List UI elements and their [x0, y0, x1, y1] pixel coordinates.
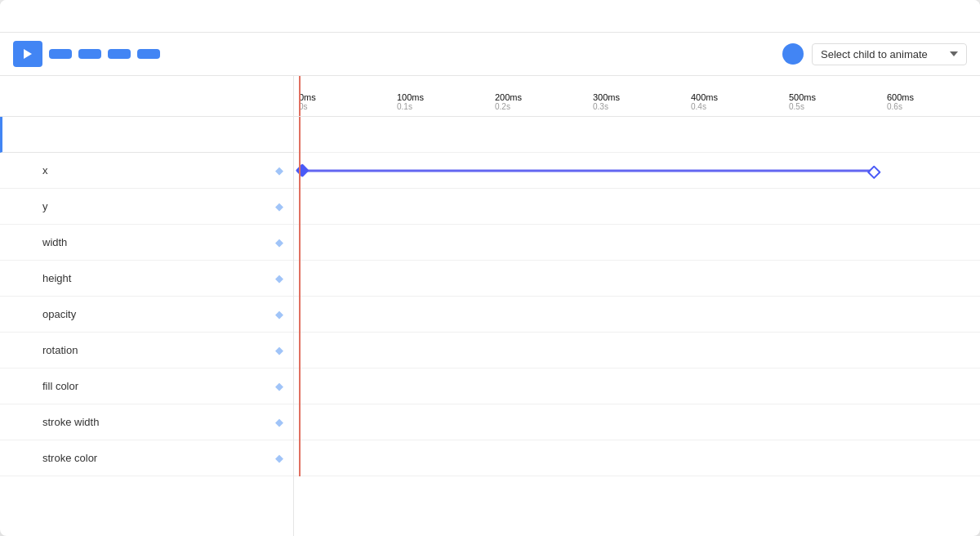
property-name: opacity	[42, 308, 275, 320]
app-window: Select child to animate x	[0, 0, 980, 536]
property-row: stroke color ◆	[0, 440, 293, 476]
property-name: stroke color	[42, 452, 275, 464]
keyframe-add-icon[interactable]: ◆	[275, 236, 283, 248]
keyframe-end[interactable]	[867, 165, 881, 179]
property-row: stroke width ◆	[0, 404, 293, 440]
timeline-tick: 200ms 0.2s	[495, 92, 522, 111]
property-name: stroke width	[42, 416, 275, 428]
tick-ms: 300ms	[593, 92, 620, 102]
window-size-button[interactable]	[137, 49, 160, 59]
tick-s: 0.2s	[495, 102, 510, 111]
left-panel: x ◆ y ◆ width ◆ height ◆ opacity ◆ rotat…	[0, 76, 294, 536]
title-bar	[0, 0, 980, 33]
tick-s: 0.5s	[789, 102, 804, 111]
timeline-property-row	[294, 297, 980, 333]
property-name: y	[42, 200, 275, 212]
tick-ms: 100ms	[397, 92, 424, 102]
property-name: fill color	[42, 380, 275, 392]
tick-ms: 0ms	[299, 92, 316, 102]
timeline-property-row	[294, 333, 980, 368]
property-name: height	[42, 272, 275, 284]
keyframe-add-icon[interactable]: ◆	[275, 344, 283, 356]
property-row: y ◆	[0, 189, 293, 225]
timeline-property-row	[294, 368, 980, 404]
keyframe-add-icon[interactable]: ◆	[275, 200, 283, 212]
keyframe-add-icon[interactable]: ◆	[275, 452, 283, 464]
property-row: width ◆	[0, 225, 293, 261]
property-row: fill color ◆	[0, 368, 293, 404]
timeline-tick: 500ms 0.5s	[789, 92, 816, 111]
property-row: opacity ◆	[0, 297, 293, 333]
child-select[interactable]: Select child to animate	[812, 43, 967, 65]
timeline-tick: 400ms 0.4s	[691, 92, 718, 111]
keyframe-add-icon[interactable]: ◆	[275, 164, 283, 176]
timeline-property-row	[294, 225, 980, 261]
property-name: width	[42, 236, 275, 248]
property-row: height ◆	[0, 261, 293, 297]
keyframe-add-icon[interactable]: ◆	[275, 308, 283, 320]
toolbar: Select child to animate	[0, 33, 980, 76]
keyframe-add-icon[interactable]: ◆	[275, 416, 283, 428]
main-area: x ◆ y ◆ width ◆ height ◆ opacity ◆ rotat…	[0, 76, 980, 536]
timeline-body	[294, 117, 980, 536]
tick-s: 0.3s	[593, 102, 608, 111]
timeline-property-row	[294, 261, 980, 297]
tick-s: 0.4s	[691, 102, 706, 111]
keyframe-add-icon[interactable]: ◆	[275, 380, 283, 392]
timeline-tick: 600ms 0.6s	[887, 92, 914, 111]
update-layers-button[interactable]	[108, 49, 131, 59]
property-name: rotation	[42, 344, 275, 356]
timeline-property-row	[294, 404, 980, 440]
right-panel: 0ms 0s 100ms 0.1s 200ms 0.2s 300ms 0.3s …	[294, 76, 980, 536]
property-row: rotation ◆	[0, 333, 293, 368]
close-button[interactable]	[960, 13, 967, 20]
export-button[interactable]	[78, 49, 101, 59]
timeline-header: 0ms 0s 100ms 0.1s 200ms 0.2s 300ms 0.3s …	[294, 76, 980, 117]
keyframe-start[interactable]	[296, 163, 310, 177]
timeline-tick: 0ms 0s	[299, 92, 316, 111]
layer-header	[0, 117, 293, 153]
tick-ms: 500ms	[789, 92, 816, 102]
timeline-tick: 100ms 0.1s	[397, 92, 424, 111]
animation-bar[interactable]	[299, 169, 871, 172]
timeline-group-row	[294, 117, 980, 153]
timeline-property-row	[294, 440, 980, 476]
tick-s: 0.1s	[397, 102, 412, 111]
tick-s: 0s	[299, 102, 308, 111]
timeline-tick: 300ms 0.3s	[593, 92, 620, 111]
render-button[interactable]	[49, 49, 72, 59]
info-button[interactable]	[782, 43, 804, 65]
keyframe-add-icon[interactable]: ◆	[275, 272, 283, 284]
time-header	[0, 76, 293, 117]
property-list: x ◆ y ◆ width ◆ height ◆ opacity ◆ rotat…	[0, 153, 293, 536]
timeline-property-row	[294, 153, 980, 189]
tick-ms: 400ms	[691, 92, 718, 102]
timeline-property-row	[294, 189, 980, 225]
play-button[interactable]	[13, 41, 42, 67]
toolbar-right: Select child to animate	[782, 43, 967, 65]
property-row: x ◆	[0, 153, 293, 189]
property-name: x	[42, 164, 275, 176]
tick-s: 0.6s	[887, 102, 902, 111]
tick-ms: 600ms	[887, 92, 914, 102]
tick-ms: 200ms	[495, 92, 522, 102]
